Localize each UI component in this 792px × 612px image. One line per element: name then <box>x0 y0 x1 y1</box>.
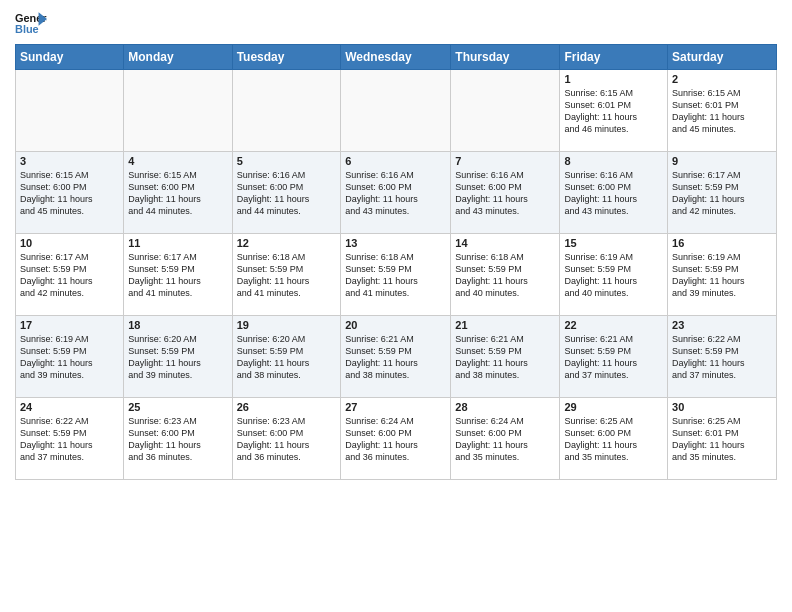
day-number: 11 <box>128 237 227 249</box>
day-cell-17: 17Sunrise: 6:19 AM Sunset: 5:59 PM Dayli… <box>16 316 124 398</box>
day-info: Sunrise: 6:23 AM Sunset: 6:00 PM Dayligh… <box>128 415 227 464</box>
day-number: 1 <box>564 73 663 85</box>
day-info: Sunrise: 6:15 AM Sunset: 6:00 PM Dayligh… <box>20 169 119 218</box>
day-cell-3: 3Sunrise: 6:15 AM Sunset: 6:00 PM Daylig… <box>16 152 124 234</box>
day-number: 15 <box>564 237 663 249</box>
day-info: Sunrise: 6:21 AM Sunset: 5:59 PM Dayligh… <box>455 333 555 382</box>
day-cell-14: 14Sunrise: 6:18 AM Sunset: 5:59 PM Dayli… <box>451 234 560 316</box>
day-cell-23: 23Sunrise: 6:22 AM Sunset: 5:59 PM Dayli… <box>668 316 777 398</box>
day-cell-4: 4Sunrise: 6:15 AM Sunset: 6:00 PM Daylig… <box>124 152 232 234</box>
calendar: SundayMondayTuesdayWednesdayThursdayFrid… <box>15 44 777 480</box>
day-cell-7: 7Sunrise: 6:16 AM Sunset: 6:00 PM Daylig… <box>451 152 560 234</box>
day-number: 5 <box>237 155 337 167</box>
week-row-1: 1Sunrise: 6:15 AM Sunset: 6:01 PM Daylig… <box>16 70 777 152</box>
day-cell-2: 2Sunrise: 6:15 AM Sunset: 6:01 PM Daylig… <box>668 70 777 152</box>
day-info: Sunrise: 6:23 AM Sunset: 6:00 PM Dayligh… <box>237 415 337 464</box>
day-info: Sunrise: 6:18 AM Sunset: 5:59 PM Dayligh… <box>345 251 446 300</box>
day-number: 13 <box>345 237 446 249</box>
day-cell-26: 26Sunrise: 6:23 AM Sunset: 6:00 PM Dayli… <box>232 398 341 480</box>
day-info: Sunrise: 6:21 AM Sunset: 5:59 PM Dayligh… <box>345 333 446 382</box>
day-number: 14 <box>455 237 555 249</box>
day-number: 6 <box>345 155 446 167</box>
day-cell-20: 20Sunrise: 6:21 AM Sunset: 5:59 PM Dayli… <box>341 316 451 398</box>
day-cell-21: 21Sunrise: 6:21 AM Sunset: 5:59 PM Dayli… <box>451 316 560 398</box>
day-number: 28 <box>455 401 555 413</box>
day-cell-24: 24Sunrise: 6:22 AM Sunset: 5:59 PM Dayli… <box>16 398 124 480</box>
day-number: 8 <box>564 155 663 167</box>
day-number: 19 <box>237 319 337 331</box>
empty-cell <box>124 70 232 152</box>
week-row-5: 24Sunrise: 6:22 AM Sunset: 5:59 PM Dayli… <box>16 398 777 480</box>
day-cell-9: 9Sunrise: 6:17 AM Sunset: 5:59 PM Daylig… <box>668 152 777 234</box>
day-info: Sunrise: 6:20 AM Sunset: 5:59 PM Dayligh… <box>237 333 337 382</box>
day-cell-30: 30Sunrise: 6:25 AM Sunset: 6:01 PM Dayli… <box>668 398 777 480</box>
day-number: 23 <box>672 319 772 331</box>
day-number: 21 <box>455 319 555 331</box>
day-number: 22 <box>564 319 663 331</box>
day-info: Sunrise: 6:16 AM Sunset: 6:00 PM Dayligh… <box>237 169 337 218</box>
day-number: 9 <box>672 155 772 167</box>
day-info: Sunrise: 6:16 AM Sunset: 6:00 PM Dayligh… <box>564 169 663 218</box>
day-number: 10 <box>20 237 119 249</box>
day-number: 27 <box>345 401 446 413</box>
empty-cell <box>16 70 124 152</box>
day-info: Sunrise: 6:21 AM Sunset: 5:59 PM Dayligh… <box>564 333 663 382</box>
day-info: Sunrise: 6:22 AM Sunset: 5:59 PM Dayligh… <box>20 415 119 464</box>
day-cell-29: 29Sunrise: 6:25 AM Sunset: 6:00 PM Dayli… <box>560 398 668 480</box>
day-number: 12 <box>237 237 337 249</box>
day-cell-1: 1Sunrise: 6:15 AM Sunset: 6:01 PM Daylig… <box>560 70 668 152</box>
logo: General Blue <box>15 10 47 38</box>
day-number: 20 <box>345 319 446 331</box>
day-cell-6: 6Sunrise: 6:16 AM Sunset: 6:00 PM Daylig… <box>341 152 451 234</box>
header: General Blue <box>15 10 777 38</box>
day-number: 30 <box>672 401 772 413</box>
empty-cell <box>451 70 560 152</box>
weekday-header-thursday: Thursday <box>451 45 560 70</box>
week-row-2: 3Sunrise: 6:15 AM Sunset: 6:00 PM Daylig… <box>16 152 777 234</box>
day-info: Sunrise: 6:15 AM Sunset: 6:01 PM Dayligh… <box>564 87 663 136</box>
day-info: Sunrise: 6:18 AM Sunset: 5:59 PM Dayligh… <box>455 251 555 300</box>
day-info: Sunrise: 6:19 AM Sunset: 5:59 PM Dayligh… <box>564 251 663 300</box>
day-number: 7 <box>455 155 555 167</box>
svg-text:Blue: Blue <box>15 23 39 35</box>
day-number: 17 <box>20 319 119 331</box>
day-cell-13: 13Sunrise: 6:18 AM Sunset: 5:59 PM Dayli… <box>341 234 451 316</box>
day-cell-25: 25Sunrise: 6:23 AM Sunset: 6:00 PM Dayli… <box>124 398 232 480</box>
day-info: Sunrise: 6:18 AM Sunset: 5:59 PM Dayligh… <box>237 251 337 300</box>
day-info: Sunrise: 6:15 AM Sunset: 6:00 PM Dayligh… <box>128 169 227 218</box>
day-number: 24 <box>20 401 119 413</box>
day-info: Sunrise: 6:25 AM Sunset: 6:00 PM Dayligh… <box>564 415 663 464</box>
day-info: Sunrise: 6:17 AM Sunset: 5:59 PM Dayligh… <box>128 251 227 300</box>
week-row-4: 17Sunrise: 6:19 AM Sunset: 5:59 PM Dayli… <box>16 316 777 398</box>
day-cell-12: 12Sunrise: 6:18 AM Sunset: 5:59 PM Dayli… <box>232 234 341 316</box>
day-info: Sunrise: 6:19 AM Sunset: 5:59 PM Dayligh… <box>672 251 772 300</box>
page: General Blue SundayMondayTuesdayWednesda… <box>0 0 792 612</box>
weekday-header-wednesday: Wednesday <box>341 45 451 70</box>
day-info: Sunrise: 6:24 AM Sunset: 6:00 PM Dayligh… <box>455 415 555 464</box>
day-info: Sunrise: 6:16 AM Sunset: 6:00 PM Dayligh… <box>455 169 555 218</box>
day-info: Sunrise: 6:15 AM Sunset: 6:01 PM Dayligh… <box>672 87 772 136</box>
day-number: 3 <box>20 155 119 167</box>
day-info: Sunrise: 6:22 AM Sunset: 5:59 PM Dayligh… <box>672 333 772 382</box>
weekday-header-sunday: Sunday <box>16 45 124 70</box>
day-cell-28: 28Sunrise: 6:24 AM Sunset: 6:00 PM Dayli… <box>451 398 560 480</box>
day-cell-5: 5Sunrise: 6:16 AM Sunset: 6:00 PM Daylig… <box>232 152 341 234</box>
weekday-header-row: SundayMondayTuesdayWednesdayThursdayFrid… <box>16 45 777 70</box>
day-number: 29 <box>564 401 663 413</box>
empty-cell <box>341 70 451 152</box>
day-info: Sunrise: 6:16 AM Sunset: 6:00 PM Dayligh… <box>345 169 446 218</box>
day-cell-10: 10Sunrise: 6:17 AM Sunset: 5:59 PM Dayli… <box>16 234 124 316</box>
day-info: Sunrise: 6:20 AM Sunset: 5:59 PM Dayligh… <box>128 333 227 382</box>
weekday-header-friday: Friday <box>560 45 668 70</box>
day-info: Sunrise: 6:24 AM Sunset: 6:00 PM Dayligh… <box>345 415 446 464</box>
weekday-header-tuesday: Tuesday <box>232 45 341 70</box>
day-number: 18 <box>128 319 227 331</box>
day-cell-19: 19Sunrise: 6:20 AM Sunset: 5:59 PM Dayli… <box>232 316 341 398</box>
weekday-header-monday: Monday <box>124 45 232 70</box>
day-number: 26 <box>237 401 337 413</box>
day-cell-18: 18Sunrise: 6:20 AM Sunset: 5:59 PM Dayli… <box>124 316 232 398</box>
day-number: 16 <box>672 237 772 249</box>
week-row-3: 10Sunrise: 6:17 AM Sunset: 5:59 PM Dayli… <box>16 234 777 316</box>
day-cell-27: 27Sunrise: 6:24 AM Sunset: 6:00 PM Dayli… <box>341 398 451 480</box>
day-info: Sunrise: 6:25 AM Sunset: 6:01 PM Dayligh… <box>672 415 772 464</box>
